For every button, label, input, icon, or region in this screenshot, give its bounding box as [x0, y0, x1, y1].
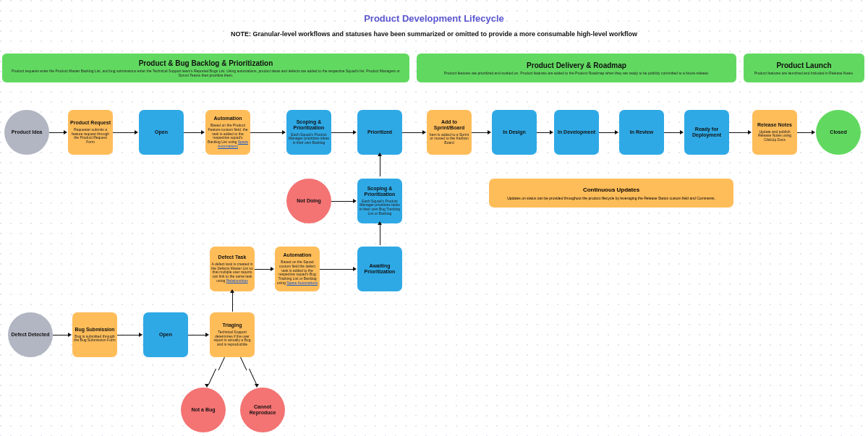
node-prioritized: Prioritized	[357, 110, 402, 155]
label: Cannot Reproduce	[242, 404, 284, 415]
phase-launch: Product Launch Product features are laun…	[744, 54, 864, 82]
desc: Each Squad's Product Manager prioritizes…	[359, 200, 401, 216]
page-title: Product Development Lifecycle	[0, 13, 868, 24]
node-in-design: In Design	[492, 110, 537, 155]
desc: Each Squad's Product Manager prioritizes…	[288, 133, 330, 145]
label: Automation	[214, 116, 242, 121]
node-product-request: Product RequestRequester submits a featu…	[68, 110, 113, 155]
desc: Requester submits a feature request thro…	[69, 128, 111, 145]
node-open-2: Open	[143, 312, 188, 357]
phase-launch-desc: Product features are launched and includ…	[754, 71, 854, 75]
link[interactable]: Space Automations	[286, 281, 318, 285]
node-ready-deploy: Ready for Deployment	[684, 110, 729, 155]
label: Not a Bug	[191, 407, 215, 413]
node-closed: Closed	[816, 110, 861, 155]
label: Triaging	[222, 322, 242, 328]
node-not-doing: Not Doing	[286, 179, 331, 223]
desc: Bug is submitted through the Bug Submiss…	[74, 335, 116, 343]
label: Bug Submission	[75, 327, 114, 333]
phase-backlog-desc: Product requests enter the Product Maste…	[7, 69, 405, 77]
desc: Update and publish Release Notes using C…	[754, 130, 796, 142]
node-release-notes: Release NotesUpdate and publish Release …	[752, 110, 797, 155]
page-subtitle: NOTE: Granular-level workflows and statu…	[0, 30, 868, 38]
label: Scoping & Prioritization	[359, 186, 401, 197]
node-defect-detected: Defect Detected	[8, 312, 53, 357]
label: Release Notes	[757, 122, 792, 128]
node-automation-2: AutomationBased on the Squad custom fiel…	[275, 247, 320, 291]
node-open-1: Open	[139, 110, 184, 155]
diagram-canvas: Product Development Lifecycle NOTE: Gran…	[0, 0, 868, 436]
phase-delivery-title: Product Delivery & Roadmap	[527, 61, 626, 69]
label: Awaiting Prioritization	[359, 263, 401, 274]
label: Product Idea	[12, 129, 42, 135]
node-product-idea: Product Idea	[4, 110, 49, 155]
label: Add to Sprint/Board	[428, 119, 470, 130]
phase-backlog: Product & Bug Backlog & Prioritization P…	[2, 54, 409, 82]
node-scoping-2: Scoping & PrioritizationEach Squad's Pro…	[357, 179, 402, 223]
label: Prioritized	[367, 129, 392, 135]
label: Open	[159, 332, 172, 338]
node-defect-task: Defect TaskA defect task is created in t…	[210, 247, 255, 291]
label: Continuous Updates	[583, 187, 639, 193]
label: In Review	[630, 129, 653, 135]
desc: A defect task is created in the Defects …	[211, 262, 253, 283]
label: Ready for Deployment	[686, 127, 728, 137]
phase-backlog-title: Product & Bug Backlog & Prioritization	[139, 59, 273, 67]
phase-launch-title: Product Launch	[776, 61, 831, 69]
label: In Development	[558, 129, 595, 135]
node-cannot-reproduce: Cannot Reproduce	[240, 388, 285, 432]
node-bug-submission: Bug SubmissionBug is submitted through t…	[72, 312, 117, 357]
label: Automation	[284, 252, 312, 258]
label: In Design	[503, 129, 526, 135]
node-in-review: In Review	[619, 110, 664, 155]
label: Defect Task	[218, 255, 247, 260]
node-in-development: In Development	[554, 110, 599, 155]
node-sprint: Add to Sprint/BoardItem is added to a Sp…	[427, 110, 472, 155]
desc: Item is added to a Sprint or moved to th…	[428, 133, 470, 145]
label: Product Request	[70, 120, 111, 126]
arrow	[353, 199, 357, 203]
node-scoping-1: Scoping & PrioritizationEach Squad's Pro…	[286, 110, 331, 155]
link[interactable]: Relationships	[226, 278, 248, 283]
label: Closed	[830, 129, 846, 135]
label: Not Doing	[297, 198, 320, 204]
desc: Based on the Product Feature custom fiel…	[207, 124, 249, 149]
phase-delivery: Product Delivery & Roadmap Product featu…	[417, 54, 736, 82]
node-automation-1: AutomationBased on the Product Feature c…	[205, 110, 250, 155]
desc: Based on the Squad custom field the defe…	[276, 260, 318, 286]
phase-delivery-desc: Product features are prioritized and wor…	[444, 71, 709, 75]
node-awaiting-prioritization: Awaiting Prioritization	[357, 247, 402, 291]
label: Open	[155, 129, 168, 135]
desc: Technical Support determines if the user…	[211, 330, 253, 347]
label: Scoping & Prioritization	[288, 119, 330, 130]
node-triaging: TriagingTechnical Support determines if …	[210, 312, 255, 357]
desc: Updates on status can be provided throug…	[507, 196, 715, 200]
node-not-a-bug: Not a Bug	[181, 388, 226, 432]
label: Defect Detected	[12, 332, 50, 338]
node-continuous-updates: Continuous Updates Updates on status can…	[489, 179, 733, 208]
